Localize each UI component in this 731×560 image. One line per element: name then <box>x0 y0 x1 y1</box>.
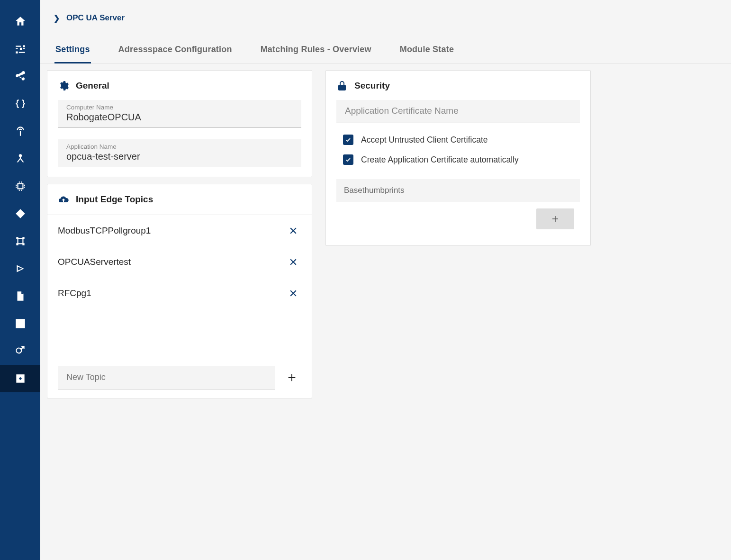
home-icon <box>14 15 27 27</box>
sidebar-item-home[interactable] <box>0 8 40 35</box>
close-icon <box>289 226 298 235</box>
topic-add-row <box>47 357 312 398</box>
sidebar <box>0 0 40 560</box>
tab-settings[interactable]: Settings <box>54 45 91 63</box>
app-cert-name-field[interactable]: Application Certificate Name <box>336 100 580 123</box>
general-card-title: General <box>58 80 301 91</box>
computer-name-field[interactable]: Computer Name <box>58 100 301 128</box>
sidebar-item-stripes[interactable] <box>0 310 40 337</box>
add-topic-button[interactable] <box>282 368 301 387</box>
stripes-icon <box>14 317 27 330</box>
topic-row: OPCUAServertest <box>47 246 312 278</box>
auto-create-cert-label: Create Application Certificate automatic… <box>361 155 519 165</box>
topic-name: OPCUAServertest <box>58 257 131 267</box>
accept-untrusted-label: Accept Untrusted Client Certificate <box>361 135 487 145</box>
accept-untrusted-checkbox[interactable] <box>343 135 353 145</box>
app-cert-placeholder: Application Certificate Name <box>345 104 571 118</box>
sidebar-item-tripod[interactable] <box>0 145 40 172</box>
tab-addressspace-config[interactable]: Adressspace Configuration <box>117 45 233 63</box>
accept-untrusted-row: Accept Untrusted Client Certificate <box>343 135 580 145</box>
computer-name-label: Computer Name <box>66 104 293 111</box>
gear-male-icon <box>14 345 27 357</box>
remove-topic-button[interactable] <box>285 223 301 239</box>
left-column: General Computer Name Application Name <box>47 70 312 398</box>
lock-icon <box>336 80 348 91</box>
sidebar-item-sliders[interactable] <box>0 35 40 63</box>
application-name-label: Application Name <box>66 143 293 150</box>
auto-create-cert-checkbox[interactable] <box>343 154 353 165</box>
sliders-icon <box>14 43 27 55</box>
topic-row: RFCpg1 <box>47 278 312 309</box>
plus-icon <box>551 215 560 223</box>
computer-name-input[interactable] <box>66 112 293 123</box>
remove-topic-button[interactable] <box>285 254 301 270</box>
topic-list: ModbusTCPPollgroup1 OPCUAServertest <box>47 215 312 357</box>
breadcrumb-title[interactable]: OPC UA Server <box>66 13 125 23</box>
general-title-text: General <box>76 81 109 91</box>
auto-create-cert-row: Create Application Certificate automatic… <box>343 154 580 165</box>
general-card: General Computer Name Application Name <box>47 70 312 177</box>
sidebar-item-share[interactable] <box>0 63 40 90</box>
plus-icon <box>287 372 297 383</box>
file-icon <box>14 290 27 302</box>
content: General Computer Name Application Name <box>40 63 731 417</box>
module-icon <box>14 372 27 385</box>
close-icon <box>289 289 298 298</box>
basethumbprints-section: Basethumbprints <box>336 179 580 236</box>
security-title-text: Security <box>354 81 390 91</box>
sidebar-item-diamond[interactable] <box>0 200 40 227</box>
new-topic-input[interactable] <box>58 366 275 389</box>
diamond-icon <box>14 208 27 220</box>
main-area: ❯ OPC UA Server Settings Adressspace Con… <box>40 0 731 560</box>
sidebar-item-gear-male[interactable] <box>0 337 40 365</box>
share-icon <box>14 70 27 82</box>
tabs: Settings Adressspace Configuration Match… <box>40 36 731 63</box>
sidebar-item-file[interactable] <box>0 282 40 310</box>
right-column: Security Application Certificate Name Ac… <box>325 70 591 246</box>
application-name-field[interactable]: Application Name <box>58 139 301 167</box>
sidebar-item-module[interactable] <box>0 365 40 392</box>
topic-name: RFCpg1 <box>58 288 91 298</box>
sidebar-item-integration[interactable] <box>0 227 40 255</box>
topic-name: ModbusTCPPollgroup1 <box>58 226 151 236</box>
antenna-icon <box>14 125 27 137</box>
sidebar-item-antenna[interactable] <box>0 117 40 145</box>
close-icon <box>289 257 298 267</box>
check-icon <box>345 136 352 143</box>
braces-icon <box>14 98 27 110</box>
sidebar-item-chip[interactable] <box>0 172 40 200</box>
breadcrumb: ❯ OPC UA Server <box>40 0 731 36</box>
angle-icon <box>14 262 27 275</box>
tab-matching-rules[interactable]: Matching Rules - Overview <box>260 45 372 63</box>
check-icon <box>345 156 352 163</box>
basethumbprints-body <box>336 202 580 236</box>
application-name-input[interactable] <box>66 151 293 162</box>
chip-icon <box>14 180 27 192</box>
gear-icon <box>58 80 69 91</box>
chevron-right-icon: ❯ <box>54 14 60 23</box>
basethumbprints-header: Basethumbprints <box>336 179 580 202</box>
security-card: Security Application Certificate Name Ac… <box>325 70 591 246</box>
input-edge-topics-title: Input Edge Topics <box>76 194 153 205</box>
sidebar-item-braces[interactable] <box>0 90 40 117</box>
input-edge-topics-card: Input Edge Topics ModbusTCPPollgroup1 OP… <box>47 184 312 398</box>
integration-icon <box>14 235 27 247</box>
sidebar-item-angle[interactable] <box>0 255 40 282</box>
tripod-icon <box>14 153 27 165</box>
cloud-upload-icon <box>58 194 69 205</box>
topic-row: ModbusTCPPollgroup1 <box>47 215 312 246</box>
add-basethumbprint-button[interactable] <box>536 208 574 229</box>
security-card-title: Security <box>336 80 580 91</box>
tab-module-state[interactable]: Module State <box>399 45 455 63</box>
remove-topic-button[interactable] <box>285 285 301 301</box>
input-edge-topics-header: Input Edge Topics <box>47 184 312 215</box>
